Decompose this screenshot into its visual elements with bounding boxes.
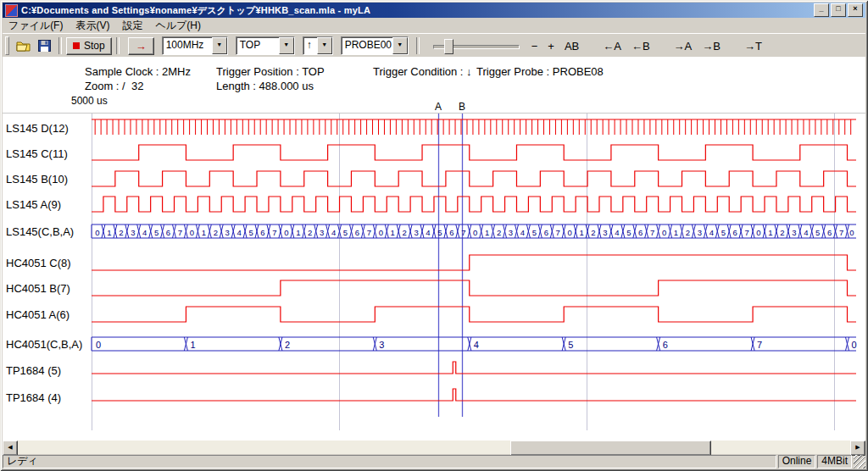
channel-label-column: LS145 D(12)LS145 C(11)LS145 B(10)LS145 A… [0, 0, 90, 471]
channel-label-1: LS145 D(12) [6, 122, 69, 136]
zoom-slider[interactable] [431, 36, 521, 55]
chevron-down-icon[interactable]: ▼ [392, 37, 408, 54]
info-length: Length : 488.000 us [216, 80, 314, 92]
chevron-down-icon[interactable]: ▼ [317, 37, 332, 54]
sample-clock-value: 100MHz [163, 37, 212, 54]
maximize-button[interactable]: □ [831, 3, 846, 17]
zoom-slider-thumb[interactable] [444, 39, 453, 54]
info-sample-clock: Sample Clock : 2MHz [85, 65, 191, 78]
chevron-down-icon[interactable]: ▼ [279, 37, 294, 54]
zoom-in-button[interactable]: + [542, 38, 559, 54]
run-arrow-icon: → [136, 40, 147, 53]
horizontal-scrollbar[interactable]: ◀ ▶ [3, 441, 865, 454]
window-title: C:¥Documents and Settings¥noname¥デスクトップ¥… [21, 4, 814, 17]
toolbar-separator [416, 37, 420, 54]
info-zoom: Zoom : / 32 [85, 80, 143, 92]
channel-label-7: HC4051 B(7) [6, 282, 70, 296]
run-button[interactable]: → [128, 37, 154, 55]
title-bar[interactable]: C:¥Documents and Settings¥noname¥デスクトップ¥… [3, 3, 865, 18]
sample-clock-select[interactable]: 100MHz ▼ [162, 36, 228, 55]
application-window: C:¥Documents and Settings¥noname¥デスクトップ¥… [0, 0, 868, 471]
info-trigger-probe: Trigger Probe : PROBE08 [476, 65, 604, 78]
goto-marker-a-left-button[interactable]: ←A [598, 38, 626, 54]
trigger-position-select[interactable]: TOP ▼ [236, 36, 295, 55]
ab-markers-button[interactable]: AB [559, 38, 584, 54]
zoom-out-button[interactable]: − [526, 38, 543, 54]
channel-label-10: TP1684 (5) [6, 364, 61, 378]
channel-label-4: LS145 A(9) [6, 198, 61, 212]
status-bar: レディ Online 4MBit [3, 455, 865, 468]
menu-settings[interactable]: 設定 [116, 17, 149, 35]
scrollbar-thumb[interactable] [510, 441, 711, 456]
status-online: Online [778, 455, 816, 468]
channel-label-5: LS145(C,B,A) [6, 225, 74, 239]
info-trigger-condition: Trigger Condition : ↓ [373, 65, 472, 78]
trigger-probe-select[interactable]: PROBE00 ▼ [341, 36, 409, 55]
chevron-down-icon[interactable]: ▼ [212, 37, 227, 54]
goto-marker-b-right-button[interactable]: →B [697, 38, 726, 54]
trigger-edge-value: ↑ [303, 37, 317, 54]
goto-marker-a-right-button[interactable]: →A [669, 38, 698, 54]
window-controls: _ □ × [814, 3, 863, 17]
channel-label-11: TP1684 (4) [6, 391, 61, 405]
channel-label-2: LS145 C(11) [6, 147, 68, 161]
menu-help[interactable]: ヘルプ(H) [149, 17, 208, 35]
info-trigger-position: Trigger Position : TOP [216, 65, 325, 78]
channel-label-3: LS145 B(10) [6, 173, 68, 186]
scrollbar-track[interactable] [18, 441, 850, 454]
goto-marker-b-left-button[interactable]: ←B [626, 38, 655, 54]
resize-grip[interactable] [854, 455, 865, 468]
status-message: レディ [3, 455, 776, 468]
trigger-position-value: TOP [236, 37, 279, 54]
channel-label-9: HC4051(C,B,A) [6, 338, 82, 352]
channel-label-6: HC4051 C(8) [6, 257, 71, 270]
channel-label-8: HC4051 A(6) [6, 308, 70, 322]
status-memory: 4MBit [817, 455, 852, 468]
scroll-left-button[interactable]: ◀ [3, 441, 18, 456]
scroll-right-button[interactable]: ▶ [850, 441, 865, 456]
goto-trigger-button[interactable]: →T [739, 38, 767, 54]
waveform-area[interactable] [3, 57, 865, 441]
trigger-edge-select[interactable]: ↑ ▼ [303, 36, 333, 55]
menu-bar: ファイル(F) 表示(V) 設定 ヘルプ(H) [3, 18, 865, 33]
minimize-button[interactable]: _ [814, 3, 829, 17]
close-button[interactable]: × [848, 3, 863, 17]
toolbar-separator [116, 37, 120, 54]
toolbar: Stop → 100MHz ▼ TOP ▼ ↑ ▼ PROBE00 ▼ − + … [3, 33, 865, 58]
trigger-probe-value: PROBE00 [342, 37, 392, 54]
